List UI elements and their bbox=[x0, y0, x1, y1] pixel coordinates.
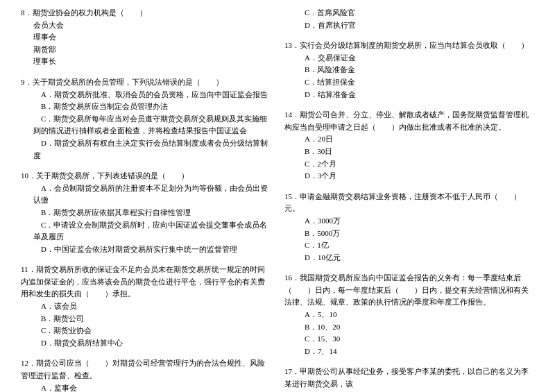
q13-option-c: C．结算担保金 bbox=[284, 76, 534, 89]
q13-option-d: D．结算准备金 bbox=[284, 89, 534, 101]
q14-option-b: B．30日 bbox=[284, 146, 534, 158]
q13-option-a: A．交易保证金 bbox=[284, 52, 534, 65]
q16-option-b: B．10、20 bbox=[284, 321, 534, 334]
q9-option-c: C．期货交易所每年应当对会员遵守期货交易所交易规则及其实施细则的情况进行抽样或者… bbox=[21, 113, 271, 137]
question-17-text: 17．甲期货公司从事经纪业务，接受客户李某的委托，以自己的名义为李某进行期货交易… bbox=[284, 366, 534, 390]
q10-option-d: D．中国证监会依法对期货交易所实行集中统一的监督管理 bbox=[21, 244, 271, 256]
q11-option-b: B．期货公司 bbox=[21, 313, 271, 325]
q12-option-d: D．首席执行官 bbox=[284, 19, 534, 32]
q12-option-a: A．监事会 bbox=[21, 382, 271, 392]
question-12: 12．期货公司应当（ ）对期货公司经营管理行为的合法合规性、风险管理进行监督、检… bbox=[21, 357, 271, 392]
q10-option-b: B．期货交易所应依据其章程实行自律性管理 bbox=[21, 207, 271, 219]
question-15: 15．申请金融期货交易结算业务资格，注册资本不低于人民币（ ）元。 A．3000… bbox=[284, 191, 534, 264]
q15-option-a: A．3000万 bbox=[284, 215, 534, 228]
question-15-text: 15．申请金融期货交易结算业务资格，注册资本不低于人民币（ ）元。 bbox=[284, 191, 534, 215]
question-8-text: 8．期货业协会的权力机构是（ ） bbox=[21, 7, 271, 19]
q13-option-b: B．风险准备金 bbox=[284, 64, 534, 76]
question-9-text: 9．关于期货交易所的会员管理，下列说法错误的是（ ） bbox=[21, 76, 271, 89]
question-12-text: 12．期货公司应当（ ）对期货公司经营管理行为的合法合规性、风险管理进行监督、检… bbox=[21, 357, 271, 382]
q10-option-c: C．申请设立会制期货交易所时，应向中国证监会提交董事会成员名单及履历 bbox=[21, 219, 271, 244]
q16-option-d: D．7、14 bbox=[284, 346, 534, 358]
q16-option-a: A．5、10 bbox=[284, 309, 534, 321]
question-17: 17．甲期货公司从事经纪业务，接受客户李某的委托，以自己的名义为李某进行期货交易… bbox=[284, 366, 534, 390]
q9-option-a: A．期货交易所批准、取消会员的会员资格，应当向中国证监会报告 bbox=[21, 89, 271, 101]
question-14: 14．期货公司合并、分立、停业、解散成者破产，国务院期货监督管理机构应当自受理申… bbox=[284, 109, 534, 182]
question-13: 13．实行会员分级结算制度的期货交易所，应当向结算会员收取（ ） A．交易保证金… bbox=[284, 40, 534, 101]
left-column: 8．期货业协会的权力机构是（ ） 会员大会 理事会 期货部 理事长 9．关于期货… bbox=[21, 7, 271, 392]
q8-option-b: 理事会 bbox=[21, 31, 271, 44]
question-12-continued: C．首席风险官 D．首席执行官 bbox=[284, 7, 534, 31]
question-16: 16．我国期货交易所应当向中国证监会报告的义务有：每一季度结束后（ ）日内，每一… bbox=[284, 272, 534, 357]
q9-option-b: B．期货交易所应当制定会员管理办法 bbox=[21, 101, 271, 113]
question-10-text: 10．关于期货交易所，下列表述错误的是（ ） bbox=[21, 170, 271, 182]
question-14-text: 14．期货公司合并、分立、停业、解散成者破产，国务院期货监督管理机构应当自受理申… bbox=[284, 109, 534, 133]
q15-option-d: D．10亿元 bbox=[284, 252, 534, 264]
two-column-layout: 8．期货业协会的权力机构是（ ） 会员大会 理事会 期货部 理事长 9．关于期货… bbox=[21, 7, 534, 392]
q8-option-c: 期货部 bbox=[21, 44, 271, 56]
q8-option-a: 会员大会 bbox=[21, 19, 271, 32]
q11-option-c: C．期货业协会 bbox=[21, 325, 271, 337]
q10-option-a: A．会员制期货交易所的注册资本不足划分为均等份额，由会员出资认缴 bbox=[21, 182, 271, 207]
q15-option-b: B．5000万 bbox=[284, 228, 534, 240]
q9-option-d: D．期货交易所有权自主决定实行会员结算制度或者会员分级结算制度 bbox=[21, 137, 271, 162]
q15-option-c: C．1亿 bbox=[284, 239, 534, 252]
q16-option-c: C．15、30 bbox=[284, 333, 534, 346]
q8-option-d: 理事长 bbox=[21, 56, 271, 68]
question-11: 11．期货交易所所收的保证金不足向会员未在期货交易所统一规定的时间内追加保证金的… bbox=[21, 264, 271, 349]
page-content: 8．期货业协会的权力机构是（ ） 会员大会 理事会 期货部 理事长 9．关于期货… bbox=[21, 7, 534, 392]
question-10: 10．关于期货交易所，下列表述错误的是（ ） A．会员制期货交易所的注册资本不足… bbox=[21, 170, 271, 255]
right-column: C．首席风险官 D．首席执行官 13．实行会员分级结算制度的期货交易所，应当向结… bbox=[284, 7, 534, 392]
question-13-text: 13．实行会员分级结算制度的期货交易所，应当向结算会员收取（ ） bbox=[284, 40, 534, 52]
question-8: 8．期货业协会的权力机构是（ ） 会员大会 理事会 期货部 理事长 bbox=[21, 7, 271, 68]
q11-option-d: D．期货交易所结算中心 bbox=[21, 337, 271, 350]
q14-option-d: D．3个月 bbox=[284, 170, 534, 182]
q12-option-c: C．首席风险官 bbox=[284, 7, 534, 19]
question-11-text: 11．期货交易所所收的保证金不足向会员未在期货交易所统一规定的时间内追加保证金的… bbox=[21, 264, 271, 300]
question-9: 9．关于期货交易所的会员管理，下列说法错误的是（ ） A．期货交易所批准、取消会… bbox=[21, 76, 271, 162]
q14-option-c: C．2个月 bbox=[284, 158, 534, 171]
q11-option-a: A．该会员 bbox=[21, 300, 271, 313]
question-16-text: 16．我国期货交易所应当向中国证监会报告的义务有：每一季度结束后（ ）日内，每一… bbox=[284, 272, 534, 309]
q14-option-a: A．20日 bbox=[284, 133, 534, 146]
